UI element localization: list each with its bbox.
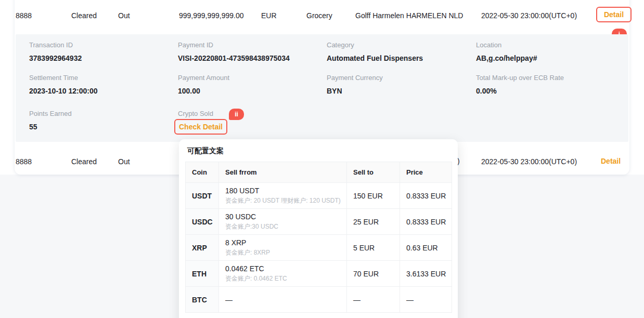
field-value: Automated Fuel Dispensers (327, 54, 423, 63)
table-row: BTC — — — (186, 287, 452, 313)
sell-from-cell: 30 USDC 资金账户:30 USDC (219, 209, 347, 235)
sell-to-cell: 5 EUR (347, 235, 400, 261)
sell-from-main: — (225, 296, 233, 304)
col-header-sell-from: Sell frrom (219, 162, 347, 183)
crypto-sold-popup: 可配置文案 Coin Sell frrom Sell to Price USDT… (179, 139, 458, 318)
price-cell: 0.8333 EUR (400, 209, 452, 235)
field-label: Location (476, 41, 537, 49)
sell-from-main: 0.0462 ETC (225, 264, 264, 273)
check-detail-annotation-box: Check Detail (174, 119, 227, 135)
field-payment-amount: Payment Amount 100.00 (178, 74, 229, 96)
coin-cell: XRP (186, 235, 219, 261)
sell-to-cell: 70 EUR (347, 261, 400, 287)
field-markup-rate: Total Mark-up over ECB Rate 0.00% (476, 74, 564, 96)
crypto-sold-table: Coin Sell frrom Sell to Price USDT 180 U… (185, 162, 452, 313)
sell-from-main: 8 XRP (225, 239, 246, 247)
annotation-marker-ii: ii (229, 109, 244, 120)
txn-time-cell: 2022-05-30 23:00:00(UTC+0) (481, 157, 577, 166)
table-header-row: Coin Sell frrom Sell to Price (186, 162, 452, 183)
coin-cell: ETH (186, 261, 219, 287)
sell-from-sub: 资金账户: 0.0462 ETC (225, 274, 346, 283)
field-value: 3783992964932 (29, 54, 82, 63)
field-value: BYN (327, 86, 383, 96)
txn-merchant-cell: Golff Harmelen HARMELEN NLD (355, 11, 463, 20)
field-location: Location AB,g.co/helppay# (476, 41, 537, 63)
txn-direction-cell: Out (118, 11, 130, 20)
field-settlement-time: Settlement Time 2023-10-10 12:00:00 (29, 74, 98, 96)
sell-from-main: 180 USDT (225, 187, 259, 195)
coin-cell: USDC (186, 209, 219, 235)
field-label: Settlement Time (29, 74, 98, 82)
col-header-coin: Coin (186, 162, 219, 183)
txn-status-cell: Cleared (71, 11, 97, 20)
sell-to-cell: 25 EUR (347, 209, 400, 235)
coin-cell: USDT (186, 183, 219, 209)
field-value: 55 (29, 122, 72, 131)
txn-id-cell: 8888 (16, 11, 32, 20)
field-label: Payment Currency (327, 74, 383, 82)
sell-from-sub: 资金账户: 20 USDT 理财账户: 120 USDT) (225, 196, 346, 205)
price-cell: 3.6133 EUR (400, 261, 452, 287)
table-row: USDT 180 USDT 资金账户: 20 USDT 理财账户: 120 US… (186, 183, 452, 209)
field-value: 100.00 (178, 86, 229, 96)
field-payment-currency: Payment Currency BYN (327, 74, 383, 96)
field-crypto-sold: Crypto Sold (178, 110, 213, 118)
sell-from-sub: 资金账户: 8XRP (225, 248, 346, 257)
price-cell: 0.63 EUR (400, 235, 452, 261)
detail-link-annotation-box: Detail (596, 7, 632, 22)
col-header-price: Price (400, 162, 452, 183)
field-payment-id: Payment ID VISI-20220801-473598438975034 (178, 41, 290, 63)
txn-time-cell: 2022-05-30 23:00:00(UTC+0) (481, 11, 577, 20)
sell-from-cell: 8 XRP 资金账户: 8XRP (219, 235, 347, 261)
txn-direction-cell: Out (118, 157, 130, 166)
detail-link[interactable]: Detail (601, 157, 621, 165)
field-transaction-id: Transaction ID 3783992964932 (29, 41, 82, 63)
price-cell: — (400, 287, 452, 313)
txn-currency-cell: EUR (261, 11, 277, 20)
txn-id-cell: 8888 (16, 157, 32, 166)
coin-cell: BTC (186, 287, 219, 313)
txn-category-cell: Grocery (306, 11, 332, 20)
sell-from-sub: 资金账户:30 USDC (225, 222, 346, 231)
field-value: AB,g.co/helppay# (476, 54, 537, 63)
check-detail-link[interactable]: Check Detail (179, 123, 223, 131)
txn-amount-cell: 999,999,999,999.00 (179, 11, 244, 20)
popup-title: 可配置文案 (187, 147, 452, 156)
field-label: Payment ID (178, 41, 290, 49)
table-row: USDC 30 USDC 资金账户:30 USDC 25 EUR 0.8333 … (186, 209, 452, 235)
sell-from-cell: 0.0462 ETC 资金账户: 0.0462 ETC (219, 261, 347, 287)
field-label: Crypto Sold (178, 110, 213, 118)
sell-from-main: 30 USDC (225, 213, 256, 221)
field-label: Category (327, 41, 423, 49)
sell-from-cell: 180 USDT 资金账户: 20 USDT 理财账户: 120 USDT) (219, 183, 347, 209)
field-value: VISI-20220801-473598438975034 (178, 54, 290, 63)
field-value: 2023-10-10 12:00:00 (29, 86, 98, 96)
price-cell: 0.8333 EUR (400, 183, 452, 209)
field-value: 0.00% (476, 86, 564, 96)
sell-to-cell: — (347, 287, 400, 313)
txn-status-cell: Cleared (71, 157, 97, 166)
table-row: ETH 0.0462 ETC 资金账户: 0.0462 ETC 70 EUR 3… (186, 261, 452, 287)
field-label: Payment Amount (178, 74, 229, 82)
table-row: XRP 8 XRP 资金账户: 8XRP 5 EUR 0.63 EUR (186, 235, 452, 261)
field-label: Transaction ID (29, 41, 82, 49)
sell-to-cell: 150 EUR (347, 183, 400, 209)
col-header-sell-to: Sell to (347, 162, 400, 183)
field-category: Category Automated Fuel Dispensers (327, 41, 423, 63)
field-points-earned: Points Earned 55 (29, 110, 72, 131)
sell-from-cell: — (219, 287, 347, 313)
field-label: Points Earned (29, 110, 72, 118)
detail-link[interactable]: Detail (604, 10, 624, 19)
field-label: Total Mark-up over ECB Rate (476, 74, 564, 82)
